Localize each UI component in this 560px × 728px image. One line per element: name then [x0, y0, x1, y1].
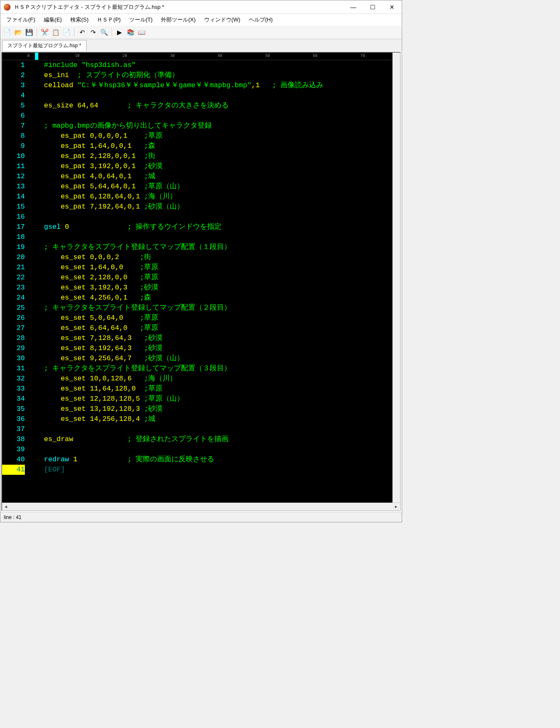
- undo-icon[interactable]: ↶: [77, 27, 87, 37]
- line-number: 20: [2, 252, 25, 262]
- code-line[interactable]: es_set 5,0,64,0 ;草原: [27, 313, 392, 323]
- code-line[interactable]: ; mapbg.bmpの画像から切り出してキャラクタ登録: [27, 121, 392, 131]
- horizontal-scrollbar[interactable]: ◄ ►: [2, 503, 400, 510]
- code-line[interactable]: [27, 91, 392, 101]
- line-number: 21: [2, 262, 25, 273]
- statusbar: line : 41: [0, 512, 402, 522]
- line-number: 22: [2, 273, 25, 283]
- line-number: 38: [2, 434, 25, 444]
- code-line[interactable]: es_pat 4,0,64,0,1 ;城: [27, 171, 392, 182]
- code-line[interactable]: [27, 111, 392, 121]
- line-number: 41: [2, 465, 25, 475]
- line-number: 4: [2, 91, 25, 101]
- line-number: 24: [2, 293, 25, 303]
- code-line[interactable]: es_ini ; スプライトの初期化（準備）: [27, 70, 392, 80]
- code-line[interactable]: es_pat 3,192,0,0,1 ;砂漠: [27, 161, 392, 171]
- code-line[interactable]: es_pat 2,128,0,0,1 ;街: [27, 151, 392, 161]
- menu-item-3[interactable]: ＨＳＰ(P): [93, 14, 125, 25]
- line-number: 9: [2, 141, 25, 151]
- find-icon[interactable]: 🔍: [99, 27, 109, 37]
- menu-item-6[interactable]: ウィンドウ(W): [200, 14, 245, 25]
- code-line[interactable]: es_set 2,128,0,0 ;草原: [27, 273, 392, 283]
- scroll-right-icon[interactable]: ►: [392, 503, 400, 511]
- line-number: 10: [2, 151, 25, 161]
- redo-icon[interactable]: ↷: [88, 27, 98, 37]
- app-icon: [4, 4, 11, 11]
- paste-icon[interactable]: 📄: [61, 27, 72, 37]
- code-line[interactable]: es_set 3,192,0,3 ;砂漠: [27, 283, 392, 293]
- code-line[interactable]: es_set 14,256,128,4 ;城: [27, 414, 392, 424]
- line-number: 1: [2, 60, 25, 70]
- code-line[interactable]: ; キャラクタをスプライト登録してマップ配置（１段目）: [27, 242, 392, 252]
- menu-item-7[interactable]: ヘルプ(H): [245, 14, 277, 25]
- line-number: 6: [2, 111, 25, 121]
- code-line[interactable]: es_set 7,128,64,3 ;砂漠: [27, 333, 392, 343]
- help-icon[interactable]: 📖: [136, 27, 147, 37]
- line-number: 35: [2, 404, 25, 414]
- line-number: 17: [2, 222, 25, 232]
- code-line[interactable]: es_set 8,192,64,3 ;砂漠: [27, 343, 392, 353]
- code-line[interactable]: [27, 444, 392, 455]
- code-line[interactable]: es_size 64,64 ; キャラクタの大きさを決める: [27, 101, 392, 111]
- close-button[interactable]: ✕: [382, 1, 402, 13]
- line-number: 7: [2, 121, 25, 131]
- code-line[interactable]: es_set 9,256,64,7 ;砂漠（山）: [27, 353, 392, 364]
- ruler-tick: 30: [170, 54, 175, 58]
- new-file-icon[interactable]: 📄: [2, 27, 12, 37]
- line-number: 33: [2, 384, 25, 394]
- code-line[interactable]: es_set 1,64,0,0 ;草原: [27, 262, 392, 273]
- code-container[interactable]: 1234567891011121314151617181920212223242…: [2, 60, 392, 503]
- code-line[interactable]: es_pat 7,192,64,0,1 ;砂漠（山）: [27, 202, 392, 212]
- code-line[interactable]: es_draw ; 登録されたスプライトを描画: [27, 434, 392, 444]
- line-number: 29: [2, 343, 25, 353]
- menu-item-2[interactable]: 検索(S): [66, 14, 93, 25]
- menu-item-1[interactable]: 編集(E): [40, 14, 66, 25]
- code-line[interactable]: es_pat 1,64,0,0,1 ;森: [27, 141, 392, 151]
- code-line[interactable]: es_pat 6,128,64,0,1 ;海（川）: [27, 192, 392, 202]
- code-line[interactable]: es_set 12,128,128,5 ;草原（山）: [27, 394, 392, 404]
- copy-icon[interactable]: 📋: [51, 27, 61, 37]
- cut-icon[interactable]: ✂️: [40, 27, 50, 37]
- code-line[interactable]: es_pat 0,0,0,0,1 ;草原: [27, 131, 392, 141]
- line-number: 26: [2, 313, 25, 323]
- minimize-button[interactable]: —: [344, 1, 363, 13]
- line-number: 27: [2, 323, 25, 333]
- menu-item-0[interactable]: ファイル(F): [2, 14, 40, 25]
- save-file-icon[interactable]: 💾: [24, 27, 34, 37]
- line-number: 39: [2, 444, 25, 455]
- code-line[interactable]: #include "hsp3dish.as": [27, 60, 392, 70]
- line-number: 12: [2, 171, 25, 182]
- code-line[interactable]: celload "C:￥￥hsp36￥￥sample￥￥game￥￥mapbg.…: [27, 80, 392, 91]
- tabbar: スプライト最短プログラム.hsp *: [0, 39, 402, 51]
- code-line[interactable]: [27, 424, 392, 434]
- ruler-tick: 70: [360, 54, 365, 58]
- maximize-button[interactable]: ☐: [363, 1, 382, 13]
- code-line[interactable]: es_set 0,0,0,2 ;街: [27, 252, 392, 262]
- code-line[interactable]: es_set 10,0,128,6 ;海（川）: [27, 374, 392, 384]
- code-line[interactable]: es_set 13,192,128,3 ;砂漠: [27, 404, 392, 414]
- vertical-scrollbar[interactable]: [392, 53, 400, 503]
- toolbar-separator: [37, 28, 37, 37]
- code-line[interactable]: redraw 1 ; 実際の画面に反映させる: [27, 455, 392, 465]
- code-line[interactable]: es_set 4,256,0,1 ;森: [27, 293, 392, 303]
- run-icon[interactable]: ▶: [115, 27, 125, 37]
- code-line[interactable]: ; キャラクタをスプライト登録してマップ配置（３段目）: [27, 364, 392, 374]
- open-file-icon[interactable]: 📂: [13, 27, 23, 37]
- compile-icon[interactable]: 📚: [125, 27, 136, 37]
- code-line[interactable]: es_set 11,64,128,0 ;草原: [27, 384, 392, 394]
- file-tab[interactable]: スプライト最短プログラム.hsp *: [2, 40, 87, 51]
- scroll-left-icon[interactable]: ◄: [2, 503, 10, 511]
- menu-item-4[interactable]: ツール(T): [125, 14, 157, 25]
- code-line[interactable]: gsel 0 ; 操作するウインドウを指定: [27, 222, 392, 232]
- code-line[interactable]: ; キャラクタをスプライト登録してマップ配置（２段目）: [27, 303, 392, 313]
- code-text[interactable]: #include "hsp3dish.as" es_ini ; スプライトの初期…: [27, 60, 392, 503]
- code-line[interactable]: es_set 6,64,64,0 ;草原: [27, 323, 392, 333]
- code-line[interactable]: es_pat 5,64,64,0,1 ;草原（山）: [27, 182, 392, 192]
- ruler: 010203040506070: [2, 53, 392, 60]
- line-number: 18: [2, 232, 25, 242]
- menu-item-5[interactable]: 外部ツール(X): [157, 14, 200, 25]
- code-line[interactable]: [EOF]: [27, 465, 392, 475]
- code-line[interactable]: [27, 212, 392, 222]
- ruler-tick: 0: [27, 54, 29, 58]
- code-line[interactable]: [27, 232, 392, 242]
